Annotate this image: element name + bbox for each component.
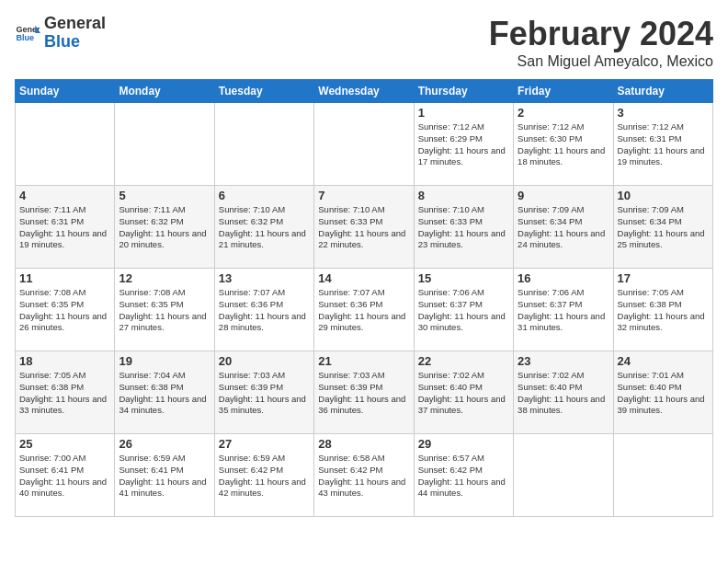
day-number: 22 (418, 354, 509, 368)
calendar-cell: 26Sunrise: 6:59 AM Sunset: 6:41 PM Dayli… (115, 434, 214, 517)
header: General Blue General Blue February 2024 … (15, 15, 713, 70)
calendar-cell: 8Sunrise: 7:10 AM Sunset: 6:33 PM Daylig… (414, 186, 513, 269)
day-number: 26 (119, 437, 210, 451)
day-number: 6 (219, 189, 310, 202)
calendar-cell: 21Sunrise: 7:03 AM Sunset: 6:39 PM Dayli… (314, 351, 414, 434)
calendar-cell: 15Sunrise: 7:06 AM Sunset: 6:37 PM Dayli… (414, 269, 513, 351)
calendar-cell: 4Sunrise: 7:11 AM Sunset: 6:31 PM Daylig… (16, 186, 115, 269)
cell-info: Sunrise: 7:10 AM Sunset: 6:32 PM Dayligh… (219, 204, 310, 251)
cell-info: Sunrise: 7:12 AM Sunset: 6:29 PM Dayligh… (418, 121, 509, 168)
cell-info: Sunrise: 7:09 AM Sunset: 6:34 PM Dayligh… (518, 204, 609, 251)
cell-info: Sunrise: 7:03 AM Sunset: 6:39 PM Dayligh… (318, 370, 409, 417)
calendar-cell (613, 434, 712, 517)
calendar-cell: 23Sunrise: 7:02 AM Sunset: 6:40 PM Dayli… (514, 351, 613, 434)
day-number: 29 (418, 437, 509, 451)
day-number: 7 (318, 189, 409, 202)
day-number: 20 (219, 354, 310, 368)
day-number: 1 (418, 106, 509, 120)
month-title: February 2024 (489, 15, 713, 53)
day-number: 12 (119, 271, 210, 285)
week-row-4: 18Sunrise: 7:05 AM Sunset: 6:38 PM Dayli… (16, 351, 713, 434)
calendar-cell: 3Sunrise: 7:12 AM Sunset: 6:31 PM Daylig… (613, 103, 712, 186)
cell-info: Sunrise: 7:08 AM Sunset: 6:35 PM Dayligh… (19, 287, 110, 334)
day-number: 14 (318, 271, 409, 285)
cell-info: Sunrise: 7:06 AM Sunset: 6:37 PM Dayligh… (518, 287, 609, 334)
day-header-tuesday: Tuesday (214, 80, 313, 103)
cell-info: Sunrise: 7:10 AM Sunset: 6:33 PM Dayligh… (418, 204, 509, 251)
svg-text:Blue: Blue (16, 33, 34, 42)
day-number: 3 (618, 106, 709, 120)
calendar-cell: 2Sunrise: 7:12 AM Sunset: 6:30 PM Daylig… (514, 103, 613, 186)
cell-info: Sunrise: 7:03 AM Sunset: 6:39 PM Dayligh… (219, 370, 310, 417)
logo-general-text: General (44, 15, 106, 33)
calendar-cell: 1Sunrise: 7:12 AM Sunset: 6:29 PM Daylig… (414, 103, 513, 186)
calendar-cell (115, 103, 214, 186)
cell-info: Sunrise: 7:11 AM Sunset: 6:32 PM Dayligh… (119, 204, 210, 251)
calendar-cell: 14Sunrise: 7:07 AM Sunset: 6:36 PM Dayli… (314, 269, 414, 351)
cell-info: Sunrise: 6:58 AM Sunset: 6:42 PM Dayligh… (318, 453, 409, 500)
cell-info: Sunrise: 7:09 AM Sunset: 6:34 PM Dayligh… (618, 204, 709, 251)
day-header-sunday: Sunday (16, 80, 115, 103)
calendar-cell: 16Sunrise: 7:06 AM Sunset: 6:37 PM Dayli… (514, 269, 613, 351)
calendar-cell: 19Sunrise: 7:04 AM Sunset: 6:38 PM Dayli… (115, 351, 214, 434)
logo: General Blue General Blue (15, 15, 106, 52)
calendar-cell: 9Sunrise: 7:09 AM Sunset: 6:34 PM Daylig… (514, 186, 613, 269)
days-header-row: SundayMondayTuesdayWednesdayThursdayFrid… (16, 80, 713, 103)
day-number: 5 (119, 189, 210, 202)
day-number: 16 (518, 271, 609, 285)
day-header-wednesday: Wednesday (314, 80, 414, 103)
cell-info: Sunrise: 6:57 AM Sunset: 6:42 PM Dayligh… (418, 453, 509, 500)
cell-info: Sunrise: 7:06 AM Sunset: 6:37 PM Dayligh… (418, 287, 509, 334)
day-header-saturday: Saturday (613, 80, 712, 103)
calendar-cell (514, 434, 613, 517)
cell-info: Sunrise: 7:04 AM Sunset: 6:38 PM Dayligh… (119, 370, 210, 417)
day-number: 21 (318, 354, 409, 368)
calendar-cell: 27Sunrise: 6:59 AM Sunset: 6:42 PM Dayli… (214, 434, 313, 517)
cell-info: Sunrise: 7:02 AM Sunset: 6:40 PM Dayligh… (418, 370, 509, 417)
day-number: 17 (618, 271, 709, 285)
day-number: 19 (119, 354, 210, 368)
week-row-1: 1Sunrise: 7:12 AM Sunset: 6:29 PM Daylig… (16, 103, 713, 186)
day-number: 10 (618, 189, 709, 202)
cell-info: Sunrise: 7:11 AM Sunset: 6:31 PM Dayligh… (19, 204, 110, 251)
calendar-cell: 5Sunrise: 7:11 AM Sunset: 6:32 PM Daylig… (115, 186, 214, 269)
day-number: 9 (518, 189, 609, 202)
location-title: San Miguel Ameyalco, Mexico (489, 53, 713, 70)
day-number: 18 (19, 354, 110, 368)
cell-info: Sunrise: 7:05 AM Sunset: 6:38 PM Dayligh… (19, 370, 110, 417)
day-number: 27 (219, 437, 310, 451)
calendar-cell: 20Sunrise: 7:03 AM Sunset: 6:39 PM Dayli… (214, 351, 313, 434)
calendar-cell: 11Sunrise: 7:08 AM Sunset: 6:35 PM Dayli… (16, 269, 115, 351)
calendar-cell: 10Sunrise: 7:09 AM Sunset: 6:34 PM Dayli… (613, 186, 712, 269)
day-number: 2 (518, 106, 609, 120)
day-number: 15 (418, 271, 509, 285)
cell-info: Sunrise: 6:59 AM Sunset: 6:41 PM Dayligh… (119, 453, 210, 500)
cell-info: Sunrise: 7:12 AM Sunset: 6:31 PM Dayligh… (618, 121, 709, 168)
day-number: 24 (618, 354, 709, 368)
calendar-cell: 18Sunrise: 7:05 AM Sunset: 6:38 PM Dayli… (16, 351, 115, 434)
cell-info: Sunrise: 7:12 AM Sunset: 6:30 PM Dayligh… (518, 121, 609, 168)
day-header-friday: Friday (514, 80, 613, 103)
cell-info: Sunrise: 7:02 AM Sunset: 6:40 PM Dayligh… (518, 370, 609, 417)
day-number: 4 (19, 189, 110, 202)
calendar-cell: 22Sunrise: 7:02 AM Sunset: 6:40 PM Dayli… (414, 351, 513, 434)
day-number: 8 (418, 189, 509, 202)
logo-blue-text: Blue (44, 33, 106, 52)
calendar-cell: 28Sunrise: 6:58 AM Sunset: 6:42 PM Dayli… (314, 434, 414, 517)
calendar-cell (16, 103, 115, 186)
calendar-cell (314, 103, 414, 186)
day-number: 11 (19, 271, 110, 285)
cell-info: Sunrise: 7:08 AM Sunset: 6:35 PM Dayligh… (119, 287, 210, 334)
day-number: 13 (219, 271, 310, 285)
calendar-cell: 29Sunrise: 6:57 AM Sunset: 6:42 PM Dayli… (414, 434, 513, 517)
calendar-cell: 24Sunrise: 7:01 AM Sunset: 6:40 PM Dayli… (613, 351, 712, 434)
cell-info: Sunrise: 7:01 AM Sunset: 6:40 PM Dayligh… (618, 370, 709, 417)
cell-info: Sunrise: 7:07 AM Sunset: 6:36 PM Dayligh… (219, 287, 310, 334)
day-number: 28 (318, 437, 409, 451)
calendar-cell: 6Sunrise: 7:10 AM Sunset: 6:32 PM Daylig… (214, 186, 313, 269)
day-header-monday: Monday (115, 80, 214, 103)
calendar-table: SundayMondayTuesdayWednesdayThursdayFrid… (15, 79, 713, 517)
cell-info: Sunrise: 6:59 AM Sunset: 6:42 PM Dayligh… (219, 453, 310, 500)
cell-info: Sunrise: 7:05 AM Sunset: 6:38 PM Dayligh… (618, 287, 709, 334)
calendar-cell: 13Sunrise: 7:07 AM Sunset: 6:36 PM Dayli… (214, 269, 313, 351)
